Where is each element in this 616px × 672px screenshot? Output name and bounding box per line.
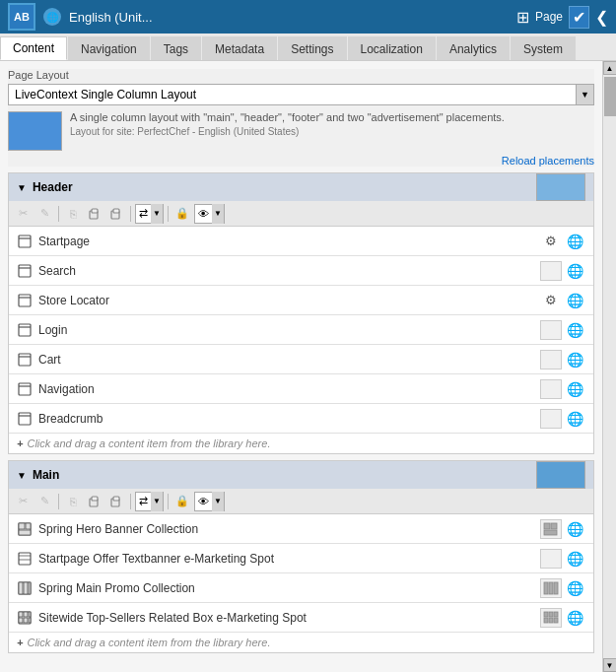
textbanner-blank-icon[interactable] (540, 549, 562, 569)
checkmark-icon[interactable]: ✔ (569, 6, 589, 29)
main-cut-button[interactable]: ✂ (13, 492, 33, 511)
main-move-dropdown-arrow[interactable]: ▼ (151, 492, 163, 511)
header-collapse-icon[interactable]: ▼ (17, 182, 27, 193)
view-dropdown-arrow[interactable]: ▼ (212, 204, 224, 224)
reload-placements-link[interactable]: Reload placements (8, 155, 594, 167)
tab-navigation[interactable]: Navigation (68, 36, 150, 60)
item-icon-search (17, 263, 33, 279)
main-view-dropdown[interactable]: 👁 ▼ (194, 492, 225, 511)
top-bar-actions: ⊞ Page ✔ ❮ (516, 6, 608, 29)
paste-after-button[interactable] (106, 204, 126, 224)
main-view-dropdown-arrow[interactable]: ▼ (212, 492, 224, 511)
table-row: Breadcrumb 🌐 (9, 404, 593, 434)
svg-rect-33 (19, 582, 23, 594)
search-globe-icon[interactable]: 🌐 (564, 261, 585, 281)
textbanner-globe-icon[interactable]: 🌐 (564, 549, 585, 569)
spring-main-globe-icon[interactable]: 🌐 (564, 578, 585, 598)
nav-globe-icon[interactable]: 🌐 (564, 379, 585, 399)
spring-hero-globe-icon[interactable]: 🌐 (564, 519, 585, 539)
item-name-startpage: Startpage (38, 235, 534, 248)
item-icon-storelocator (17, 293, 33, 308)
move-dropdown-arrow[interactable]: ▼ (151, 204, 163, 224)
tab-content[interactable]: Content (0, 36, 67, 60)
svg-rect-16 (19, 413, 31, 425)
item-actions-startpage: ⚙ 🌐 (540, 232, 585, 251)
tab-tags[interactable]: Tags (151, 36, 201, 60)
layout-info: A single column layout with "main", "hea… (8, 111, 594, 151)
startpage-globe-icon[interactable]: 🌐 (564, 232, 585, 251)
tab-bar: Content Navigation Tags Metadata Setting… (0, 34, 616, 61)
bc-globe-icon[interactable]: 🌐 (564, 409, 585, 429)
layout-select[interactable]: LiveContext Single Column Layout (8, 84, 577, 105)
main-placement-header: ▼ Main (9, 461, 593, 489)
site-icon: 🌐 (43, 8, 61, 26)
copy-button[interactable]: ⎘ (63, 204, 83, 224)
scroll-down-button[interactable]: ▼ (603, 658, 617, 672)
svg-rect-23 (19, 523, 25, 529)
tab-localization[interactable]: Localization (348, 36, 436, 60)
move-dropdown[interactable]: ⇄ ▼ (135, 204, 164, 224)
svg-rect-40 (19, 612, 23, 617)
item-name-cart: Cart (38, 353, 534, 367)
main-content-area: Page Layout LiveContext Single Column La… (0, 61, 616, 672)
main-edit-button[interactable]: ✎ (34, 492, 54, 511)
table-row: Spring Hero Banner Collection 🌐 (9, 514, 593, 544)
item-actions-textbanner: 🌐 (540, 549, 585, 569)
main-move-dropdown[interactable]: ⇄ ▼ (135, 492, 164, 511)
svg-rect-44 (24, 618, 28, 623)
main-collapse-icon[interactable]: ▼ (17, 470, 27, 481)
cut-button[interactable]: ✂ (13, 204, 33, 224)
app-logo: AB (8, 3, 35, 31)
scroll-up-button[interactable]: ▲ (603, 61, 617, 75)
grid-icon[interactable]: ⊞ (516, 8, 529, 27)
main-copy-button[interactable]: ⎘ (63, 492, 83, 511)
item-name-navigation: Navigation (38, 382, 534, 396)
search-blank-icon[interactable] (540, 261, 562, 281)
tab-settings[interactable]: Settings (278, 36, 346, 60)
login-globe-icon[interactable]: 🌐 (564, 320, 585, 340)
table-row: Startpage Offer Textbanner e-Marketing S… (9, 544, 593, 573)
item-actions-cart: 🌐 (540, 350, 585, 370)
main-paste-after-button[interactable] (106, 492, 126, 511)
scrollbar[interactable]: ▲ ▼ (602, 61, 616, 672)
cart-globe-icon[interactable]: 🌐 (564, 350, 585, 370)
topsellers-preview-icon[interactable] (540, 608, 562, 628)
svg-rect-6 (19, 265, 31, 277)
edit-button[interactable]: ✎ (34, 204, 54, 224)
page-label: Page (535, 10, 563, 24)
tab-metadata[interactable]: Metadata (202, 36, 277, 60)
view-dropdown[interactable]: 👁 ▼ (194, 204, 225, 224)
item-icon-startpage (17, 234, 33, 249)
tab-system[interactable]: System (511, 36, 576, 60)
topsellers-globe-icon[interactable]: 🌐 (564, 608, 585, 628)
svg-rect-51 (554, 618, 558, 623)
svg-rect-8 (19, 295, 31, 306)
storelocator-globe-icon[interactable]: 🌐 (564, 291, 585, 310)
main-paste-button[interactable] (85, 492, 104, 511)
scroll-thumb[interactable] (604, 77, 616, 116)
svg-rect-46 (544, 612, 548, 617)
lock-button[interactable]: 🔒 (172, 204, 192, 224)
spring-main-preview-icon[interactable] (540, 578, 562, 598)
item-actions-spring-main: 🌐 (540, 578, 585, 598)
main-lock-button[interactable]: 🔒 (172, 492, 192, 511)
layout-select-arrow[interactable]: ▼ (577, 84, 594, 105)
bc-blank-icon[interactable] (540, 409, 562, 429)
svg-rect-34 (24, 582, 28, 594)
main-preview-box (536, 461, 585, 489)
back-icon[interactable]: ❮ (595, 8, 608, 27)
nav-blank-icon[interactable] (540, 379, 562, 399)
cart-blank-icon[interactable] (540, 350, 562, 370)
storelocator-gear-icon[interactable]: ⚙ (540, 291, 562, 310)
tab-analytics[interactable]: Analytics (437, 36, 510, 60)
scroll-track[interactable] (603, 75, 616, 658)
svg-rect-26 (544, 523, 550, 529)
item-name-breadcrumb: Breadcrumb (38, 412, 534, 426)
paste-button[interactable] (85, 204, 104, 224)
svg-rect-49 (544, 618, 548, 623)
svg-rect-25 (19, 530, 31, 535)
startpage-gear-icon[interactable]: ⚙ (540, 232, 562, 251)
login-blank-icon[interactable] (540, 320, 562, 340)
spring-hero-preview-icon[interactable] (540, 519, 562, 539)
top-bar: AB 🌐 English (Unit... ⊞ Page ✔ ❮ (0, 0, 616, 34)
